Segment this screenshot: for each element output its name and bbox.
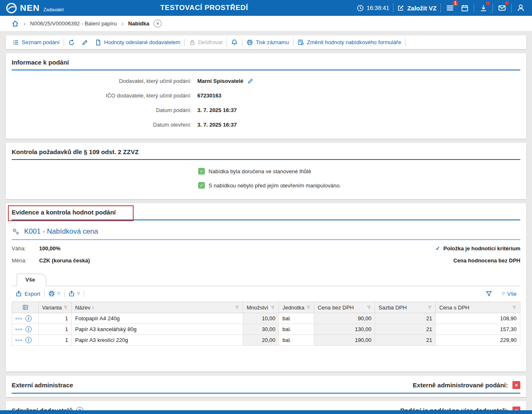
print-grid-button[interactable]: ▽ — [45, 290, 63, 297]
col-nazev[interactable]: Název↑ — [72, 302, 243, 313]
table-row: i 1 Papír A3 kreslící 220g 20,00 bal. 19… — [12, 335, 520, 346]
mail-icon — [498, 4, 506, 12]
toolbar-separator — [405, 39, 405, 46]
toolbar-separator — [184, 39, 185, 46]
cell-nazev: Papír A3 kreslící 220g — [72, 335, 243, 346]
col-varianta[interactable]: Varianta — [39, 302, 72, 313]
externi-section: Externí administrace Externě administrov… — [6, 376, 526, 397]
filter-preset-dropdown[interactable]: ▽ Vše — [499, 291, 520, 297]
col-cena-bez-dph[interactable]: Cena bez DPH — [314, 302, 375, 313]
user-profile-button[interactable] — [515, 2, 526, 13]
cell-mnozstvi: 30,00 — [243, 324, 279, 335]
zmenit-hodnoty-button[interactable]: Změnit hodnoty nabídkového formuláře — [294, 39, 404, 46]
toolbar-separator — [226, 39, 227, 46]
home-icon[interactable] — [12, 20, 19, 27]
criterion-flag: Cena hodnocena bez DPH — [453, 257, 520, 264]
messages-button[interactable] — [497, 2, 507, 13]
clock: 16:38:41 — [357, 5, 390, 12]
row-menu-icon[interactable] — [15, 329, 22, 330]
notifications-button[interactable] — [228, 39, 241, 46]
checkbox-checked-icon: ✓ — [198, 168, 205, 175]
record-toolbar: Seznam podání Hodnoty odeslané dodavatel… — [6, 35, 526, 49]
table-row: i 1 Papír A3 kancelářský 80g 30,00 bal. … — [12, 324, 520, 335]
tasks-menu-button[interactable]: 1 — [445, 2, 455, 13]
environment-title: TESTOVACÍ PROSTŘEDÍ — [160, 4, 248, 12]
create-vz-button[interactable]: Založit VZ — [397, 5, 437, 12]
breadcrumb-contract-link[interactable]: N006/25/V00006392 - Balení papíru — [30, 20, 117, 27]
field-ico: IČO dodavatele, který učinil podání: 672… — [12, 88, 520, 103]
kontrola-section: Kontrola požadavků dle § 109 odst. 2 ZZV… — [6, 143, 526, 199]
section-title: Evidence a kontrola hodnot podání — [12, 209, 116, 216]
user-icon — [517, 4, 525, 12]
field-datum-otevreni: Datum otevření: 3. 7. 2025 16:37 — [12, 117, 520, 132]
lock-icon — [189, 39, 196, 46]
hodnoty-odeslane-button[interactable]: Hodnoty odeslané dodavatelem — [92, 39, 184, 46]
col-jednotka[interactable]: Jednotka — [279, 302, 314, 313]
cell-varianta: 1 — [39, 324, 72, 335]
brand-name: NEN — [20, 2, 40, 13]
sort-ascending-icon[interactable]: ↑ — [92, 304, 94, 311]
pencil-icon — [82, 39, 88, 46]
downloads-notification-dot — [486, 1, 490, 5]
column-filter-icon[interactable] — [271, 305, 275, 310]
section-title: Externí administrace — [12, 382, 73, 389]
row-info-icon[interactable]: i — [25, 337, 32, 343]
cell-nazev: Fotopapír A4 240g — [72, 313, 243, 324]
cell-cena-s-dph: 157,30 — [436, 324, 520, 335]
edit-supplier-icon[interactable] — [247, 78, 254, 84]
close-tab-icon[interactable]: × — [154, 20, 162, 27]
filter-funnel-icon[interactable] — [485, 290, 492, 297]
toolbar-separator — [84, 290, 84, 297]
footer-bar — [0, 410, 532, 414]
toolbar-separator — [293, 39, 293, 46]
form-gear-icon — [298, 39, 304, 46]
check-label: Nabídka byla doručena ve stanovené lhůtě — [209, 168, 311, 175]
desifrovat-button[interactable]: Dešifrovat — [186, 39, 226, 46]
flag-no-icon[interactable]: × — [512, 381, 520, 389]
calendar-button[interactable] — [459, 2, 470, 13]
col-cena-s-dph[interactable]: Cena s DPH — [436, 302, 520, 313]
column-filter-icon[interactable] — [63, 305, 68, 310]
table-row: i 1 Fotopapír A4 240g 10,00 bal. 90,00 2… — [12, 313, 520, 324]
column-filter-icon[interactable] — [428, 305, 432, 310]
cell-jednotka: bal. — [279, 313, 314, 324]
header-separator — [440, 3, 441, 12]
vaha-row: Váha: 100,00% ✓ Položka je hodnotící kri… — [12, 242, 520, 254]
row-menu-icon[interactable] — [15, 318, 22, 319]
cell-varianta: 1 — [39, 335, 72, 346]
check-row: ✓ S nabídkou nebylo před jejím otevřením… — [12, 178, 520, 192]
cell-mnozstvi: 20,00 — [243, 335, 279, 346]
export-button[interactable]: Export — [12, 290, 43, 297]
tab-vse[interactable]: Vše — [17, 274, 46, 286]
downloads-button[interactable] — [478, 2, 489, 13]
mena-row: Měna: CZK (koruna česká) Cena hodnocena … — [12, 254, 520, 267]
column-filter-icon[interactable] — [367, 305, 371, 310]
refresh-button[interactable] — [65, 39, 78, 46]
seznam-podani-button[interactable]: Seznam podání — [9, 39, 63, 46]
col-mnozstvi[interactable]: Množství — [243, 302, 279, 313]
tisk-zaznamu-button[interactable]: Tisk záznamu — [243, 39, 292, 46]
column-filter-icon[interactable] — [235, 305, 239, 310]
column-filter-icon[interactable] — [512, 305, 517, 310]
criterion-name: K001 - Nabídková cena — [24, 227, 98, 236]
calendar-icon — [461, 4, 469, 12]
row-info-icon[interactable]: i — [25, 315, 32, 322]
row-info-icon[interactable]: i — [25, 326, 32, 332]
field-value: Marní Spisovatelé — [197, 78, 244, 84]
col-sazba-dph[interactable]: Sazba DPH — [375, 302, 436, 313]
cell-cena-bez-dph: 90,00 — [314, 313, 375, 324]
toolbar-separator — [44, 290, 45, 297]
edit-record-button[interactable] — [78, 39, 92, 46]
field-datum-podani: Datum podání: 3. 7. 2025 16:37 — [12, 103, 520, 117]
criterion-flag: Položka je hodnotící kritérium — [443, 245, 520, 252]
check-label: S nabídkou nebylo před jejím otevřením m… — [209, 182, 341, 189]
cell-varianta: 1 — [39, 313, 72, 324]
share-grid-button[interactable]: ▽ — [65, 290, 83, 297]
mena-value: CZK (koruna česká) — [39, 257, 90, 264]
field-value: 67230163 — [197, 92, 221, 99]
dropdown-triangle-icon: ▽ — [77, 292, 80, 296]
field-label: Datum podání: — [12, 107, 191, 113]
nen-logo-icon[interactable] — [6, 2, 17, 14]
row-menu-icon[interactable] — [15, 339, 22, 341]
column-filter-icon[interactable] — [306, 305, 311, 310]
